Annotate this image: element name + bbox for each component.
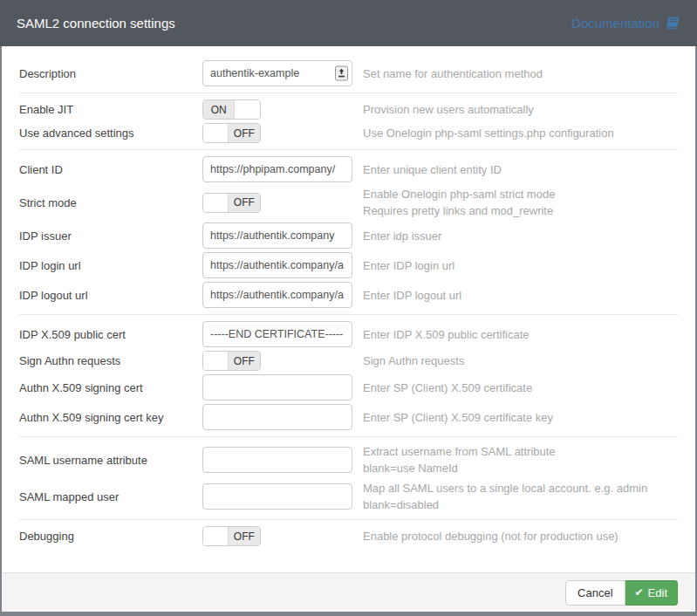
toggle-knob [203, 194, 229, 212]
hint-line: blank=disabled [363, 496, 647, 513]
debugging-toggle[interactable]: OFF [202, 526, 261, 546]
input-wrap-saml-mapped-user [202, 483, 352, 510]
field-hints-saml-mapped-user: Map all SAML users to a single local acc… [363, 480, 647, 513]
form-row-use-advanced-settings: Use advanced settingsOFFUse Onelogin php… [19, 123, 678, 143]
form-row-sign-authn-requests: Sign Authn requestsOFFSign Authn request… [19, 351, 678, 371]
field-hints-idp-x509-public-cert: Enter IDP X.509 public certificate [363, 326, 530, 343]
field-hints-client-id: Enter unique client entity ID [363, 161, 502, 178]
input-wrap-idp-x509-public-cert [202, 321, 352, 347]
field-control-client-id [202, 156, 352, 182]
saml-username-attribute-input[interactable] [202, 447, 352, 473]
field-control-saml-username-attribute [202, 447, 352, 473]
section-divider [19, 149, 678, 150]
description-input[interactable] [202, 60, 352, 86]
section-divider [19, 436, 678, 437]
hint-line: Enter unique client entity ID [363, 161, 502, 178]
field-label-use-advanced-settings: Use advanced settings [19, 127, 202, 140]
input-wrap-description [202, 60, 352, 86]
field-hints-enable-jit: Provision new users automatically [363, 101, 534, 118]
field-label-idp-login-url: IDP login url [19, 259, 202, 272]
use-advanced-settings-toggle[interactable]: OFF [202, 123, 261, 143]
toggle-state-label: OFF [229, 194, 260, 212]
input-wrap-saml-username-attribute [202, 447, 352, 473]
cancel-button-label: Cancel [577, 586, 612, 599]
form-row-debugging: DebuggingOFFEnable protocol debugging (n… [19, 526, 678, 546]
hint-line: blank=use NameId [363, 460, 556, 476]
field-control-debugging: OFF [202, 526, 352, 546]
field-label-client-id: Client ID [19, 163, 202, 176]
hint-line: Map all SAML users to a single local acc… [363, 480, 647, 496]
field-label-saml-username-attribute: SAML username attribute [19, 454, 202, 467]
hint-line: Enter IDP X.509 public certificate [363, 326, 530, 343]
field-control-authn-x509-signing-cert [202, 374, 352, 400]
input-wrap-authn-x509-signing-cert-key [202, 404, 352, 430]
modal-header: SAML2 connection settings Documentation [0, 0, 697, 46]
modal-footer: Cancel ✔ Edit [2, 572, 695, 612]
field-control-saml-mapped-user [202, 483, 352, 510]
toggle-knob [203, 352, 229, 370]
field-hints-idp-logout-url: Enter IDP logout url [363, 287, 461, 304]
enable-jit-toggle[interactable]: ON [202, 99, 261, 120]
field-hints-authn-x509-signing-cert: Enter SP (Client) X.509 certificate [363, 380, 532, 396]
form-row-idp-issuer: IDP issuerEnter idp issuer [19, 222, 678, 249]
field-label-debugging: Debugging [19, 530, 202, 543]
hint-line: Enter IDP logout url [363, 287, 461, 304]
hint-line: Sign Authn requests [363, 352, 464, 369]
field-label-description: Description [19, 67, 202, 80]
hint-line: Provision new users automatically [363, 101, 534, 118]
cancel-button[interactable]: Cancel [565, 580, 625, 606]
input-wrap-idp-issuer [202, 222, 352, 249]
form-row-saml-username-attribute: SAML username attributeExtract username … [19, 443, 678, 476]
field-control-description [202, 60, 352, 86]
field-label-strict-mode: Strict mode [19, 196, 202, 209]
hint-line: Extract username from SAML attribute [363, 443, 556, 460]
field-label-enable-jit: Enable JIT [19, 103, 202, 116]
authn-x509-signing-cert-input[interactable] [202, 374, 352, 400]
field-control-idp-issuer [202, 222, 352, 249]
toggle-knob [203, 527, 229, 545]
form-row-idp-x509-public-cert: IDP X.509 public certEnter IDP X.509 pub… [19, 321, 678, 347]
hint-line: Set name for authentication method [363, 65, 543, 82]
field-control-idp-x509-public-cert [202, 321, 352, 347]
saml-mapped-user-input[interactable] [202, 483, 352, 510]
field-label-idp-logout-url: IDP logout url [19, 289, 202, 302]
field-hints-use-advanced-settings: Use Onelogin php-saml settings.php confi… [363, 125, 614, 141]
form-row-description: DescriptionSet name for authentication m… [19, 60, 678, 86]
input-wrap-idp-logout-url [202, 282, 352, 308]
page-title: SAML2 connection settings [17, 16, 175, 31]
form-row-saml-mapped-user: SAML mapped userMap all SAML users to a … [19, 480, 678, 513]
idp-issuer-input[interactable] [202, 222, 352, 249]
sign-authn-requests-toggle[interactable]: OFF [202, 351, 261, 371]
field-control-idp-logout-url [202, 282, 352, 308]
hint-line: Enter SP (Client) X.509 certificate [363, 380, 532, 396]
documentation-link[interactable]: Documentation [571, 16, 680, 31]
field-label-idp-x509-public-cert: IDP X.509 public cert [19, 328, 202, 341]
toggle-state-label: OFF [229, 352, 260, 370]
field-label-authn-x509-signing-cert: Authn X.509 signing cert [19, 381, 202, 394]
field-label-sign-authn-requests: Sign Authn requests [19, 354, 202, 367]
autofill-icon [335, 66, 348, 81]
client-id-input[interactable] [202, 156, 352, 182]
toggle-state-label: OFF [229, 124, 260, 142]
field-hints-saml-username-attribute: Extract username from SAML attributeblan… [363, 443, 556, 476]
hint-line: Enter SP (Client) X.509 certificate key [363, 409, 553, 426]
hint-line: Requires pretty links and mod_rewrite [363, 202, 555, 219]
field-label-authn-x509-signing-cert-key: Authn X.509 signing cert key [19, 411, 202, 424]
edit-button[interactable]: ✔ Edit [625, 580, 678, 606]
form-row-idp-login-url: IDP login urlEnter IDP login url [19, 252, 678, 278]
documentation-link-label: Documentation [571, 16, 659, 31]
idp-x509-public-cert-input[interactable] [202, 321, 352, 347]
authn-x509-signing-cert-key-input[interactable] [202, 404, 352, 430]
toggle-state-label: OFF [229, 527, 260, 545]
idp-login-url-input[interactable] [202, 252, 352, 278]
saml2-settings-modal: SAML2 connection settings Documentation … [0, 0, 697, 616]
form-rows: DescriptionSet name for authentication m… [2, 46, 695, 572]
field-control-authn-x509-signing-cert-key [202, 404, 352, 430]
form-row-strict-mode: Strict modeOFFEnable Onelogin php-saml s… [19, 186, 678, 219]
input-wrap-client-id [202, 156, 352, 182]
idp-logout-url-input[interactable] [202, 282, 352, 308]
toggle-knob [203, 124, 229, 142]
field-hints-authn-x509-signing-cert-key: Enter SP (Client) X.509 certificate key [363, 409, 553, 426]
strict-mode-toggle[interactable]: OFF [202, 193, 261, 213]
hint-line: Enter IDP login url [363, 257, 454, 274]
